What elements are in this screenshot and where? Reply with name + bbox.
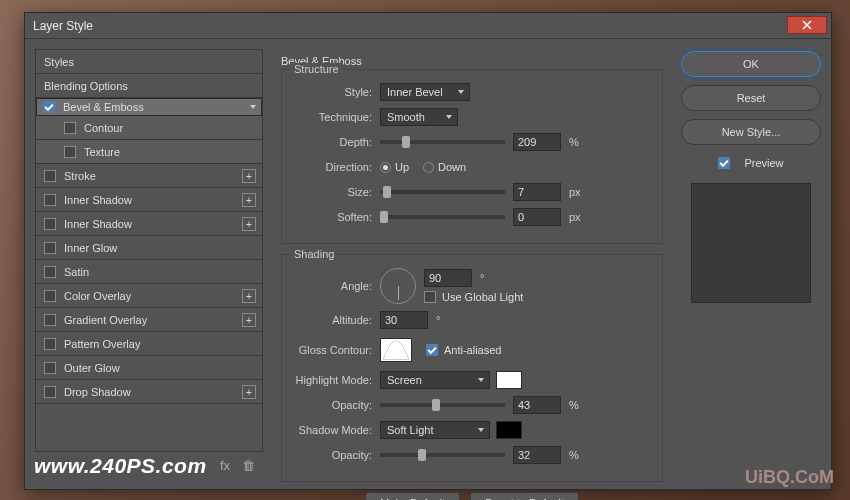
- pattern-overlay-checkbox[interactable]: [44, 338, 56, 350]
- preview-checkbox[interactable]: [718, 157, 730, 169]
- shadow-opacity-input[interactable]: 32: [513, 446, 561, 464]
- styles-header[interactable]: Styles: [36, 50, 262, 74]
- direction-label: Direction:: [292, 161, 380, 173]
- highlight-color-swatch[interactable]: [496, 371, 522, 389]
- action-panel: OK Reset New Style... Preview: [681, 49, 821, 479]
- gradient-overlay-row[interactable]: Gradient Overlay+: [36, 308, 262, 332]
- titlebar[interactable]: Layer Style: [25, 13, 831, 39]
- close-icon: [802, 20, 812, 30]
- altitude-input[interactable]: 30: [380, 311, 428, 329]
- texture-checkbox[interactable]: [64, 146, 76, 158]
- structure-label: Structure: [290, 63, 343, 75]
- soften-label: Soften:: [292, 211, 380, 223]
- make-default-button[interactable]: Make Default: [365, 492, 460, 500]
- shadow-mode-select[interactable]: Soft Light: [380, 421, 490, 439]
- add-icon[interactable]: +: [242, 217, 256, 231]
- soften-input[interactable]: 0: [513, 208, 561, 226]
- outer-glow-row[interactable]: Outer Glow: [36, 356, 262, 380]
- blending-options-row[interactable]: Blending Options: [36, 74, 262, 98]
- shading-label: Shading: [290, 248, 338, 260]
- size-slider[interactable]: [380, 190, 505, 194]
- watermark-2: UiBQ.CoM: [745, 467, 834, 488]
- outer-glow-checkbox[interactable]: [44, 362, 56, 374]
- soften-slider[interactable]: [380, 215, 505, 219]
- inner-shadow-1-checkbox[interactable]: [44, 194, 56, 206]
- pattern-overlay-row[interactable]: Pattern Overlay: [36, 332, 262, 356]
- up-radio[interactable]: [380, 162, 391, 173]
- add-icon[interactable]: +: [242, 193, 256, 207]
- contour-row[interactable]: Contour: [36, 116, 262, 140]
- dialog-title: Layer Style: [33, 19, 93, 33]
- shadow-color-swatch[interactable]: [496, 421, 522, 439]
- size-input[interactable]: 7: [513, 183, 561, 201]
- highlight-mode-select[interactable]: Screen: [380, 371, 490, 389]
- watermark-1: www.240PS.com: [34, 454, 207, 478]
- size-label: Size:: [292, 186, 380, 198]
- stroke-checkbox[interactable]: [44, 170, 56, 182]
- drop-shadow-checkbox[interactable]: [44, 386, 56, 398]
- angle-wheel[interactable]: [380, 268, 416, 304]
- shading-group: Shading Angle: 90° Use Global Light Alti…: [281, 254, 663, 482]
- inner-shadow-2-checkbox[interactable]: [44, 218, 56, 230]
- layer-style-dialog: Layer Style Styles Blending Options Beve…: [24, 12, 832, 490]
- trash-icon[interactable]: 🗑: [242, 458, 255, 473]
- add-icon[interactable]: +: [242, 313, 256, 327]
- drop-shadow-row[interactable]: Drop Shadow+: [36, 380, 262, 404]
- color-overlay-row[interactable]: Color Overlay+: [36, 284, 262, 308]
- depth-input[interactable]: 209: [513, 133, 561, 151]
- style-select[interactable]: Inner Bevel: [380, 83, 470, 101]
- shadow-opacity-label: Opacity:: [292, 449, 380, 461]
- angle-input[interactable]: 90: [424, 269, 472, 287]
- style-label: Style:: [292, 86, 380, 98]
- highlight-opacity-slider[interactable]: [380, 403, 505, 407]
- inner-shadow-row-1[interactable]: Inner Shadow+: [36, 188, 262, 212]
- settings-panel: Bevel & Emboss Structure Style:Inner Bev…: [273, 49, 671, 479]
- reset-button[interactable]: Reset: [681, 85, 821, 111]
- bevel-checkbox[interactable]: [43, 101, 55, 113]
- gradient-overlay-checkbox[interactable]: [44, 314, 56, 326]
- structure-group: Structure Style:Inner Bevel Technique:Sm…: [281, 69, 663, 244]
- inner-shadow-row-2[interactable]: Inner Shadow+: [36, 212, 262, 236]
- inner-glow-row[interactable]: Inner Glow: [36, 236, 262, 260]
- fx-icon[interactable]: fx: [220, 458, 230, 473]
- ok-button[interactable]: OK: [681, 51, 821, 77]
- color-overlay-checkbox[interactable]: [44, 290, 56, 302]
- satin-checkbox[interactable]: [44, 266, 56, 278]
- angle-label: Angle:: [292, 280, 380, 292]
- global-light-checkbox[interactable]: [424, 291, 436, 303]
- stroke-row[interactable]: Stroke+: [36, 164, 262, 188]
- gloss-contour-label: Gloss Contour:: [292, 344, 380, 356]
- highlight-opacity-label: Opacity:: [292, 399, 380, 411]
- technique-label: Technique:: [292, 111, 380, 123]
- depth-label: Depth:: [292, 136, 380, 148]
- texture-row[interactable]: Texture: [36, 140, 262, 164]
- anti-aliased-checkbox[interactable]: [426, 344, 438, 356]
- add-icon[interactable]: +: [242, 289, 256, 303]
- shadow-opacity-slider[interactable]: [380, 453, 505, 457]
- highlight-mode-label: Highlight Mode:: [292, 374, 380, 386]
- preview-box: [691, 183, 811, 303]
- down-radio[interactable]: [423, 162, 434, 173]
- contour-checkbox[interactable]: [64, 122, 76, 134]
- altitude-label: Altitude:: [292, 314, 380, 326]
- technique-select[interactable]: Smooth: [380, 108, 458, 126]
- add-icon[interactable]: +: [242, 385, 256, 399]
- satin-row[interactable]: Satin: [36, 260, 262, 284]
- depth-slider[interactable]: [380, 140, 505, 144]
- gloss-contour-picker[interactable]: [380, 338, 412, 362]
- close-button[interactable]: [787, 16, 827, 34]
- bevel-emboss-row[interactable]: Bevel & Emboss: [36, 98, 262, 116]
- add-icon[interactable]: +: [242, 169, 256, 183]
- shadow-mode-label: Shadow Mode:: [292, 424, 380, 436]
- reset-default-button[interactable]: Reset to Default: [470, 492, 579, 500]
- inner-glow-checkbox[interactable]: [44, 242, 56, 254]
- highlight-opacity-input[interactable]: 43: [513, 396, 561, 414]
- styles-panel: Styles Blending Options Bevel & Emboss C…: [35, 49, 263, 479]
- new-style-button[interactable]: New Style...: [681, 119, 821, 145]
